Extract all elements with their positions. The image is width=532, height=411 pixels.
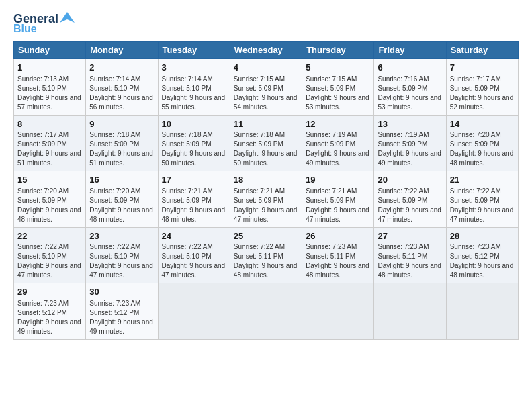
day-number: 27 [378, 230, 442, 242]
calendar-header-wednesday: Wednesday [230, 42, 302, 59]
day-info: Sunrise: 7:19 AMSunset: 5:09 PMDaylight:… [306, 130, 370, 168]
day-number: 1 [17, 62, 82, 74]
calendar-cell [374, 283, 446, 340]
page: General Blue SundayMondayTuesdayWednesda… [0, 0, 532, 411]
day-info: Sunrise: 7:21 AMSunset: 5:09 PMDaylight:… [306, 187, 370, 224]
calendar-cell: 3Sunrise: 7:14 AMSunset: 5:10 PMDaylight… [158, 59, 230, 116]
calendar-cell: 29Sunrise: 7:23 AMSunset: 5:12 PMDayligh… [14, 283, 86, 340]
day-info: Sunrise: 7:23 AMSunset: 5:11 PMDaylight:… [378, 242, 442, 280]
calendar-week-row: 8Sunrise: 7:17 AMSunset: 5:09 PMDaylight… [14, 115, 519, 171]
day-number: 19 [306, 174, 370, 186]
calendar-header-monday: Monday [86, 42, 158, 59]
day-number: 25 [234, 230, 298, 242]
day-number: 12 [306, 118, 370, 130]
calendar-cell: 27Sunrise: 7:23 AMSunset: 5:11 PMDayligh… [374, 227, 446, 283]
day-number: 29 [17, 286, 82, 298]
day-number: 11 [234, 118, 298, 130]
day-info: Sunrise: 7:23 AMSunset: 5:11 PMDaylight:… [306, 242, 370, 280]
calendar-cell [230, 283, 302, 340]
day-number: 14 [450, 118, 515, 130]
day-info: Sunrise: 7:23 AMSunset: 5:12 PMDaylight:… [17, 299, 82, 336]
day-number: 28 [450, 230, 515, 242]
calendar-cell: 8Sunrise: 7:17 AMSunset: 5:09 PMDaylight… [14, 115, 86, 171]
day-number: 7 [450, 62, 515, 74]
day-number: 21 [450, 174, 515, 186]
calendar-cell: 9Sunrise: 7:18 AMSunset: 5:09 PMDaylight… [86, 115, 158, 171]
calendar-cell: 15Sunrise: 7:20 AMSunset: 5:09 PMDayligh… [14, 171, 86, 228]
day-number: 17 [162, 174, 226, 186]
calendar-cell: 28Sunrise: 7:23 AMSunset: 5:12 PMDayligh… [446, 227, 518, 283]
calendar-cell: 10Sunrise: 7:18 AMSunset: 5:09 PMDayligh… [158, 115, 230, 171]
calendar-week-row: 1Sunrise: 7:13 AMSunset: 5:10 PMDaylight… [14, 59, 519, 116]
day-info: Sunrise: 7:20 AMSunset: 5:09 PMDaylight:… [89, 187, 154, 224]
calendar-cell: 21Sunrise: 7:22 AMSunset: 5:09 PMDayligh… [446, 171, 518, 228]
day-number: 18 [234, 174, 298, 186]
calendar-header-sunday: Sunday [14, 42, 86, 59]
calendar-cell: 17Sunrise: 7:21 AMSunset: 5:09 PMDayligh… [158, 171, 230, 228]
day-info: Sunrise: 7:18 AMSunset: 5:09 PMDaylight:… [89, 130, 154, 168]
calendar-header-saturday: Saturday [446, 42, 518, 59]
day-info: Sunrise: 7:22 AMSunset: 5:10 PMDaylight:… [89, 242, 154, 280]
day-info: Sunrise: 7:21 AMSunset: 5:09 PMDaylight:… [162, 187, 226, 224]
calendar-cell: 23Sunrise: 7:22 AMSunset: 5:10 PMDayligh… [86, 227, 158, 283]
calendar-cell: 26Sunrise: 7:23 AMSunset: 5:11 PMDayligh… [302, 227, 374, 283]
day-info: Sunrise: 7:21 AMSunset: 5:09 PMDaylight:… [234, 187, 298, 224]
logo: General Blue [13, 12, 75, 34]
calendar-header-thursday: Thursday [302, 42, 374, 59]
day-info: Sunrise: 7:15 AMSunset: 5:09 PMDaylight:… [306, 75, 370, 112]
calendar-cell: 12Sunrise: 7:19 AMSunset: 5:09 PMDayligh… [302, 115, 374, 171]
day-info: Sunrise: 7:22 AMSunset: 5:09 PMDaylight:… [450, 187, 515, 224]
calendar-cell: 16Sunrise: 7:20 AMSunset: 5:09 PMDayligh… [86, 171, 158, 228]
calendar-cell: 13Sunrise: 7:19 AMSunset: 5:09 PMDayligh… [374, 115, 446, 171]
day-info: Sunrise: 7:18 AMSunset: 5:09 PMDaylight:… [162, 130, 226, 168]
day-info: Sunrise: 7:20 AMSunset: 5:09 PMDaylight:… [17, 187, 82, 224]
calendar-cell [158, 283, 230, 340]
calendar-cell [302, 283, 374, 340]
day-number: 10 [162, 118, 226, 130]
calendar-cell: 7Sunrise: 7:17 AMSunset: 5:09 PMDaylight… [446, 59, 518, 116]
day-number: 3 [162, 62, 226, 74]
day-info: Sunrise: 7:19 AMSunset: 5:09 PMDaylight:… [378, 130, 442, 168]
day-number: 6 [378, 62, 442, 74]
day-number: 9 [89, 118, 154, 130]
day-number: 20 [378, 174, 442, 186]
day-info: Sunrise: 7:16 AMSunset: 5:09 PMDaylight:… [378, 75, 442, 112]
day-info: Sunrise: 7:13 AMSunset: 5:10 PMDaylight:… [17, 75, 82, 112]
day-info: Sunrise: 7:22 AMSunset: 5:10 PMDaylight:… [17, 242, 82, 280]
day-info: Sunrise: 7:17 AMSunset: 5:09 PMDaylight:… [450, 75, 515, 112]
calendar-cell: 24Sunrise: 7:22 AMSunset: 5:10 PMDayligh… [158, 227, 230, 283]
day-number: 4 [234, 62, 298, 74]
day-info: Sunrise: 7:17 AMSunset: 5:09 PMDaylight:… [17, 130, 82, 168]
calendar-cell: 30Sunrise: 7:23 AMSunset: 5:12 PMDayligh… [86, 283, 158, 340]
svg-marker-0 [60, 12, 75, 23]
calendar-cell: 1Sunrise: 7:13 AMSunset: 5:10 PMDaylight… [14, 59, 86, 116]
day-number: 22 [17, 230, 82, 242]
calendar-header-tuesday: Tuesday [158, 42, 230, 59]
day-info: Sunrise: 7:22 AMSunset: 5:10 PMDaylight:… [162, 242, 226, 280]
calendar-cell: 11Sunrise: 7:18 AMSunset: 5:09 PMDayligh… [230, 115, 302, 171]
day-info: Sunrise: 7:23 AMSunset: 5:12 PMDaylight:… [450, 242, 515, 280]
day-number: 13 [378, 118, 442, 130]
day-number: 26 [306, 230, 370, 242]
calendar-cell: 6Sunrise: 7:16 AMSunset: 5:09 PMDaylight… [374, 59, 446, 116]
calendar-week-row: 22Sunrise: 7:22 AMSunset: 5:10 PMDayligh… [14, 227, 519, 283]
day-info: Sunrise: 7:23 AMSunset: 5:12 PMDaylight:… [89, 299, 154, 336]
calendar-header-friday: Friday [374, 42, 446, 59]
calendar-table: SundayMondayTuesdayWednesdayThursdayFrid… [13, 41, 519, 340]
calendar-cell: 4Sunrise: 7:15 AMSunset: 5:09 PMDaylight… [230, 59, 302, 116]
day-number: 8 [17, 118, 82, 130]
day-number: 15 [17, 174, 82, 186]
day-info: Sunrise: 7:20 AMSunset: 5:09 PMDaylight:… [450, 130, 515, 168]
day-number: 16 [89, 174, 154, 186]
calendar-cell: 22Sunrise: 7:22 AMSunset: 5:10 PMDayligh… [14, 227, 86, 283]
header: General Blue [13, 12, 519, 34]
calendar-header-row: SundayMondayTuesdayWednesdayThursdayFrid… [14, 42, 519, 59]
day-info: Sunrise: 7:22 AMSunset: 5:09 PMDaylight:… [378, 187, 442, 224]
day-info: Sunrise: 7:22 AMSunset: 5:11 PMDaylight:… [234, 242, 298, 280]
calendar-week-row: 15Sunrise: 7:20 AMSunset: 5:09 PMDayligh… [14, 171, 519, 228]
day-info: Sunrise: 7:14 AMSunset: 5:10 PMDaylight:… [89, 75, 154, 112]
logo-blue: Blue [13, 24, 37, 34]
calendar-cell: 25Sunrise: 7:22 AMSunset: 5:11 PMDayligh… [230, 227, 302, 283]
logo-bird-icon [60, 11, 75, 26]
day-info: Sunrise: 7:18 AMSunset: 5:09 PMDaylight:… [234, 130, 298, 168]
